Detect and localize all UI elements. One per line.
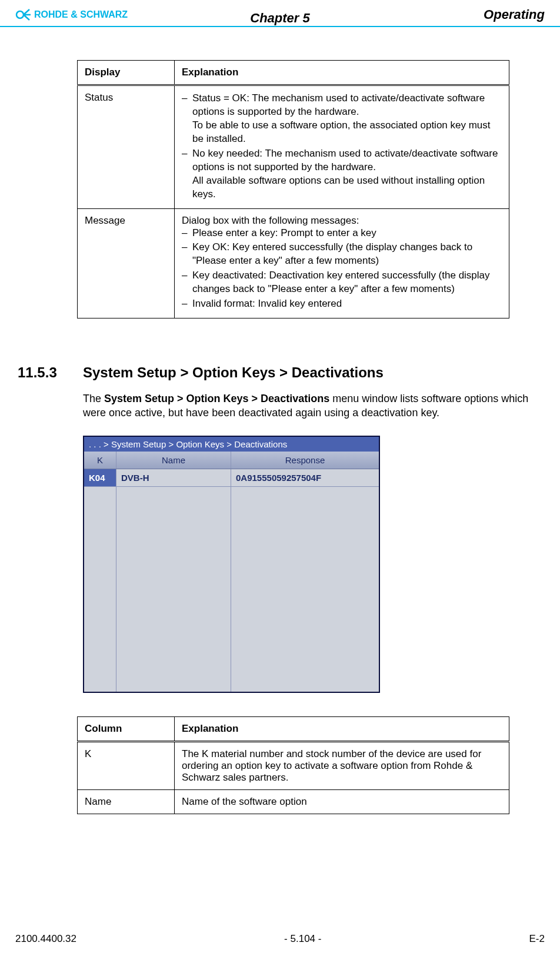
chapter-label: Chapter 5: [250, 11, 309, 26]
footer-left: 2100.4400.32: [15, 933, 76, 945]
page-header: ROHDE & SCHWARZ Chapter 5 Operating: [0, 0, 560, 27]
cell-column: Name: [78, 789, 175, 814]
cell-k: K04: [84, 469, 116, 487]
section-title: System Setup > Option Keys > Deactivatio…: [83, 364, 384, 381]
window-title: . . . > System Setup > Option Keys > Dea…: [84, 437, 379, 452]
table-row: Message Dialog box with the following me…: [78, 208, 509, 318]
col-header-response[interactable]: Response: [231, 452, 379, 469]
footer-center: - 5.104 -: [284, 933, 321, 945]
display-explanation-table: Display Explanation Status Status = OK: …: [77, 60, 509, 318]
section-paragraph: The System Setup > Option Keys > Deactiv…: [83, 391, 539, 420]
section-heading: 11.5.3 System Setup > Option Keys > Deac…: [15, 364, 545, 381]
col-header-name[interactable]: Name: [116, 452, 231, 469]
cell-explanation: Name of the software option: [175, 789, 509, 814]
cell-explanation: The K material number and stock number o…: [175, 741, 509, 789]
cell-name: DVB-H: [116, 469, 231, 487]
table-row: K The K material number and stock number…: [78, 741, 509, 789]
table2-header-explanation: Explanation: [175, 716, 509, 741]
column-headers: K Name Response: [84, 452, 379, 469]
column-explanation-table: Column Explanation K The K material numb…: [77, 716, 509, 814]
table1-header-display: Display: [78, 61, 175, 85]
empty-rows-area: [84, 487, 379, 692]
section-number: 11.5.3: [15, 364, 83, 381]
table-row: Name Name of the software option: [78, 789, 509, 814]
page-footer: 2100.4400.32 - 5.104 - E-2: [0, 933, 560, 945]
cell-column: K: [78, 741, 175, 789]
table1-header-explanation: Explanation: [175, 61, 509, 85]
cell-display: Status: [78, 85, 175, 209]
svg-point-0: [16, 11, 24, 18]
footer-right: E-2: [529, 933, 545, 945]
table2-header-column: Column: [78, 716, 175, 741]
cell-explanation: Dialog box with the following messages: …: [175, 208, 509, 318]
col-header-k[interactable]: K: [84, 452, 116, 469]
rs-logo-icon: [15, 7, 31, 22]
cell-response: 0A91555059257504F: [231, 469, 379, 487]
list-item[interactable]: K04 DVB-H 0A91555059257504F: [84, 469, 379, 487]
cell-display: Message: [78, 208, 175, 318]
brand-logo: ROHDE & SCHWARZ: [15, 7, 128, 22]
brand-text: ROHDE & SCHWARZ: [34, 9, 128, 20]
table-row: Status Status = OK: The mechanism used t…: [78, 85, 509, 209]
deactivations-window: . . . > System Setup > Option Keys > Dea…: [83, 436, 380, 693]
section-label: Operating: [484, 7, 545, 22]
cell-explanation: Status = OK: The mechanism used to activ…: [175, 85, 509, 209]
